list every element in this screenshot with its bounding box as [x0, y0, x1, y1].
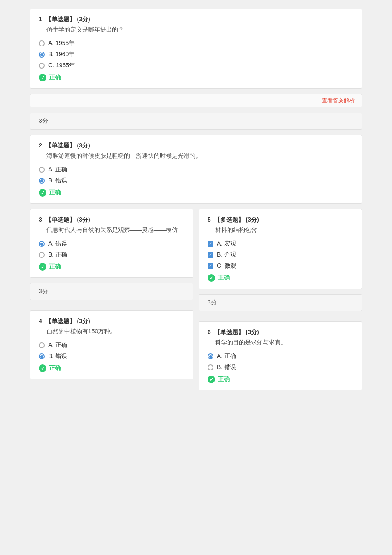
score-bar-3: 3分 [30, 283, 193, 300]
question-type-1: 【单选题】 [46, 16, 75, 23]
option-row-6-1[interactable]: B. 错误 [208, 364, 353, 371]
question-type-3: 【单选题】 [46, 216, 75, 223]
question-type-2: 【单选题】 [46, 142, 75, 149]
option-label-4-1: B. 错误 [48, 353, 67, 360]
question-card-5: 5 【多选题】 (3分) 材料的结构包含 ✓ A. 宏观 ✓ B. 介观 [199, 209, 362, 289]
correct-icon-4: ✓ [39, 364, 46, 372]
option-label-1-2: C. 1965年 [48, 62, 75, 69]
checkbox-5-1[interactable]: ✓ [208, 252, 213, 258]
question-num-1: 1 [39, 16, 42, 23]
option-row-5-2[interactable]: ✓ C. 微观 [208, 262, 353, 270]
checkbox-check-5-2: ✓ [209, 264, 212, 268]
checkbox-check-5-1: ✓ [209, 253, 212, 257]
result-label-1: 正确 [49, 74, 61, 81]
question-num-2: 2 [39, 142, 42, 149]
option-row-1-0[interactable]: A. 1955年 [39, 40, 353, 47]
question-header-6: 6 【单选题】 (3分) [208, 329, 353, 336]
question-header-1: 1 【单选题】 (3分) [39, 16, 353, 23]
option-row-3-0[interactable]: A. 错误 [39, 240, 184, 248]
result-label-2: 正确 [49, 189, 61, 197]
result-label-3: 正确 [49, 263, 61, 271]
radio-1-2[interactable] [39, 63, 45, 69]
radio-6-0[interactable] [208, 353, 213, 359]
question-score-5: (3分) [246, 216, 259, 223]
question-type-6: 【单选题】 [214, 329, 244, 335]
radio-1-1[interactable] [39, 52, 45, 58]
option-label-3-0: A. 错误 [48, 240, 67, 248]
question-text-3: 信息时代人与自然的关系是观察——灵感——模仿 [46, 226, 184, 234]
page-container: 1 【单选题】 (3分) 仿生学的定义是哪年提出的？ A. 1955年 B. 1… [30, 9, 362, 390]
view-answer-link[interactable]: 查看答案解析 [30, 94, 362, 107]
option-row-1-1[interactable]: B. 1960年 [39, 51, 353, 58]
option-label-5-0: A. 宏观 [217, 240, 236, 248]
question-score-6: (3分) [246, 329, 259, 335]
radio-6-1[interactable] [208, 364, 213, 370]
radio-1-0[interactable] [39, 40, 45, 46]
option-row-4-0[interactable]: A. 正确 [39, 341, 184, 349]
radio-4-0[interactable] [39, 342, 45, 348]
option-row-1-2[interactable]: C. 1965年 [39, 62, 353, 69]
radio-2-1[interactable] [39, 178, 45, 184]
radio-inner-4-1 [40, 355, 43, 358]
question-score-4: (3分) [77, 318, 90, 324]
checkbox-5-2[interactable]: ✓ [208, 263, 213, 269]
result-row-6: ✓ 正确 [208, 376, 353, 383]
result-label-4: 正确 [49, 364, 61, 372]
option-label-5-1: B. 介观 [217, 251, 236, 259]
question-score-3: (3分) [77, 216, 90, 223]
question-card-2: 2 【单选题】 (3分) 海豚游速慢的时候皮肤是粗糙的，游速快的时候是光滑的。 … [30, 135, 362, 204]
correct-icon-6: ✓ [208, 376, 215, 383]
question-card-4: 4 【单选题】 (3分) 自然界中植物有150万种。 A. 正确 B. 错误 ✓ [30, 310, 193, 379]
option-label-2-1: B. 错误 [48, 177, 67, 185]
question-num-5: 5 [208, 216, 211, 223]
option-label-1-1: B. 1960年 [48, 51, 75, 58]
question-header-4: 4 【单选题】 (3分) [39, 318, 184, 325]
radio-3-0[interactable] [39, 241, 45, 247]
two-col-section: 3 【单选题】 (3分) 信息时代人与自然的关系是观察——灵感——模仿 A. 错… [30, 209, 362, 390]
left-col: 3 【单选题】 (3分) 信息时代人与自然的关系是观察——灵感——模仿 A. 错… [30, 209, 193, 390]
radio-inner-2-1 [40, 179, 43, 182]
option-row-2-1[interactable]: B. 错误 [39, 177, 353, 185]
result-row-1: ✓ 正确 [39, 74, 353, 81]
question-type-5: 【多选题】 [214, 216, 244, 223]
option-row-5-0[interactable]: ✓ A. 宏观 [208, 240, 353, 248]
correct-icon-5: ✓ [208, 274, 215, 282]
result-row-4: ✓ 正确 [39, 364, 184, 372]
question-num-3: 3 [39, 216, 42, 223]
question-text-1: 仿生学的定义是哪年提出的？ [46, 26, 353, 34]
result-label-6: 正确 [218, 376, 230, 383]
option-label-6-1: B. 错误 [217, 364, 236, 371]
question-card-6: 6 【单选题】 (3分) 科学的目的是求知与求真。 A. 正确 B. 错误 ✓ [199, 321, 362, 390]
option-row-2-0[interactable]: A. 正确 [39, 166, 353, 173]
radio-2-0[interactable] [39, 167, 45, 173]
question-score-2: (3分) [77, 142, 90, 149]
question-text-4: 自然界中植物有150万种。 [46, 328, 184, 335]
checkbox-check-5-0: ✓ [209, 242, 212, 246]
radio-inner-1-1 [40, 53, 43, 56]
question-num-6: 6 [208, 329, 211, 335]
radio-3-1[interactable] [39, 252, 45, 258]
option-row-6-0[interactable]: A. 正确 [208, 353, 353, 360]
option-label-1-0: A. 1955年 [48, 40, 75, 47]
question-header-3: 3 【单选题】 (3分) [39, 216, 184, 224]
question-text-6: 科学的目的是求知与求真。 [215, 339, 353, 347]
view-answer-text: 查看答案解析 [322, 97, 355, 104]
option-label-3-1: B. 正确 [48, 251, 67, 259]
option-row-4-1[interactable]: B. 错误 [39, 353, 184, 360]
question-num-4: 4 [39, 318, 42, 324]
option-label-2-0: A. 正确 [48, 166, 67, 173]
radio-4-1[interactable] [39, 353, 45, 359]
result-label-5: 正确 [218, 274, 230, 282]
option-row-5-1[interactable]: ✓ B. 介观 [208, 251, 353, 259]
score-value-3: 3分 [39, 288, 48, 295]
checkbox-5-0[interactable]: ✓ [208, 241, 213, 247]
question-text-2: 海豚游速慢的时候皮肤是粗糙的，游速快的时候是光滑的。 [46, 152, 353, 160]
question-header-5: 5 【多选题】 (3分) [208, 216, 353, 224]
score-value-1: 3分 [39, 117, 48, 124]
question-text-5: 材料的结构包含 [215, 226, 353, 234]
correct-icon-2: ✓ [39, 189, 46, 197]
radio-inner-3-0 [40, 243, 43, 246]
option-row-3-1[interactable]: B. 正确 [39, 251, 184, 259]
question-score-1: (3分) [77, 16, 90, 23]
radio-inner-6-0 [209, 355, 212, 358]
